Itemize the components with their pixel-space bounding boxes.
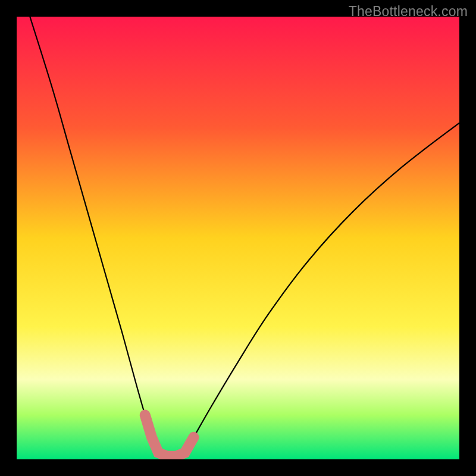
bottleneck-curve bbox=[30, 17, 459, 457]
highlight-band bbox=[145, 415, 194, 456]
watermark-label: TheBottleneck.com bbox=[349, 4, 468, 20]
chart-frame: TheBottleneck.com bbox=[0, 0, 476, 476]
plot-area bbox=[17, 17, 459, 459]
curve-layer bbox=[17, 17, 459, 459]
